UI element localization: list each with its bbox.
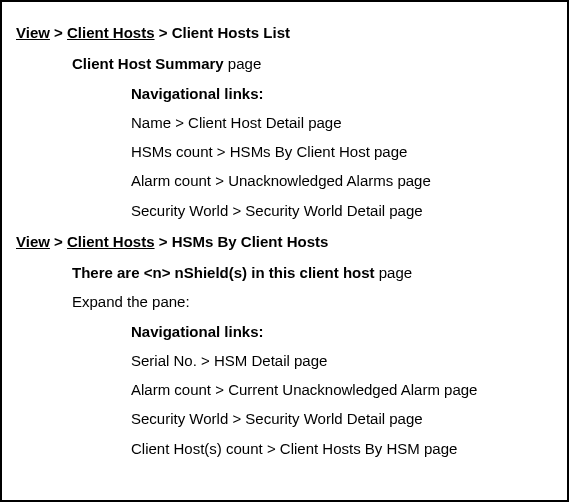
summary-suffix: page (375, 264, 413, 281)
breadcrumb-sep: > (54, 24, 67, 41)
breadcrumb-hsms-by-client-hosts: View > Client Hosts > HSMs By Client Hos… (16, 227, 553, 256)
breadcrumb-client-hosts-list: View > Client Hosts > Client Hosts List (16, 18, 553, 47)
summary-label: Client Host Summary (72, 55, 224, 72)
nav-link-item: Serial No. > HSM Detail page (16, 346, 553, 375)
breadcrumb-part: Client Hosts (67, 233, 155, 250)
breadcrumb-current: Client Hosts List (172, 24, 290, 41)
breadcrumb-sep: > (159, 24, 172, 41)
nav-link-item: Name > Client Host Detail page (16, 108, 553, 137)
summary-line: There are <n> nShield(s) in this client … (16, 258, 553, 287)
expand-pane-label: Expand the pane: (16, 287, 553, 316)
nav-links-heading: Navigational links: (16, 317, 553, 346)
nav-link-item: Alarm count > Unacknowledged Alarms page (16, 166, 553, 195)
breadcrumb-sep: > (159, 233, 172, 250)
breadcrumb-part: View (16, 24, 50, 41)
nav-link-item: Client Host(s) count > Client Hosts By H… (16, 434, 553, 463)
nav-link-item: Security World > Security World Detail p… (16, 404, 553, 433)
nav-link-item: Security World > Security World Detail p… (16, 196, 553, 225)
summary-line: Client Host Summary page (16, 49, 553, 78)
breadcrumb-current: HSMs By Client Hosts (172, 233, 329, 250)
breadcrumb-sep: > (54, 233, 67, 250)
summary-suffix: page (224, 55, 262, 72)
nav-link-item: HSMs count > HSMs By Client Host page (16, 137, 553, 166)
summary-label: There are <n> nShield(s) in this client … (72, 264, 375, 281)
breadcrumb-part: View (16, 233, 50, 250)
nav-link-item: Alarm count > Current Unacknowledged Ala… (16, 375, 553, 404)
breadcrumb-part: Client Hosts (67, 24, 155, 41)
nav-links-heading: Navigational links: (16, 79, 553, 108)
doc-container: View > Client Hosts > Client Hosts List … (0, 0, 569, 502)
